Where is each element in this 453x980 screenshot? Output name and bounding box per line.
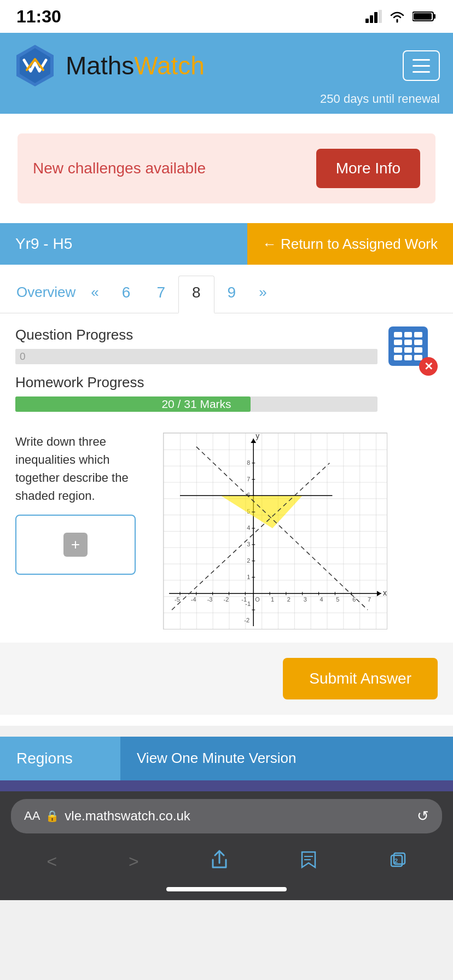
svg-text:3: 3 bbox=[304, 596, 307, 603]
svg-text:7: 7 bbox=[247, 475, 250, 482]
svg-text:-2: -2 bbox=[244, 617, 249, 623]
homework-progress-label: Homework Progress bbox=[15, 374, 378, 391]
homework-bar-value: 20 / 31 Marks bbox=[161, 398, 231, 411]
progress-left: Question Progress 0 Homework Progress 20… bbox=[15, 326, 378, 422]
menu-line-3 bbox=[413, 71, 430, 73]
question-bar-value: 0 bbox=[20, 351, 26, 363]
no-calculator-x: ✕ bbox=[419, 357, 438, 376]
question-progress-bar: 0 bbox=[15, 349, 378, 364]
year-bar: Yr9 - H5 ← Return to Assigned Work bbox=[0, 223, 453, 265]
graph-svg: x y O -5 -4 -3 -2 -1 1 2 3 4 5 6 7 -2 bbox=[163, 433, 387, 629]
forward-button[interactable]: > bbox=[120, 847, 148, 876]
tab-8[interactable]: 8 bbox=[178, 276, 214, 313]
svg-rect-2 bbox=[374, 12, 378, 23]
svg-rect-5 bbox=[433, 14, 435, 19]
svg-text:-2: -2 bbox=[224, 596, 229, 603]
svg-text:6: 6 bbox=[352, 596, 356, 603]
svg-text:-3: -3 bbox=[207, 596, 213, 603]
question-progress-label: Question Progress bbox=[15, 326, 378, 343]
svg-text:1: 1 bbox=[271, 596, 274, 603]
calculator-icon: ✕ bbox=[388, 326, 438, 376]
back-button[interactable]: < bbox=[38, 847, 66, 876]
homework-progress-bar: 20 / 31 Marks bbox=[15, 396, 378, 412]
tab-9[interactable]: 9 bbox=[214, 276, 249, 312]
menu-button[interactable] bbox=[403, 50, 440, 81]
main-content: Overview « 6 7 8 9 » Question Progress 0… bbox=[0, 265, 453, 726]
menu-line-2 bbox=[413, 65, 430, 67]
logo-icon bbox=[13, 44, 57, 88]
svg-text:4: 4 bbox=[320, 596, 323, 603]
reload-icon[interactable]: ↺ bbox=[417, 808, 429, 825]
purple-bar bbox=[0, 780, 453, 791]
status-bar: 11:30 bbox=[0, 0, 453, 33]
svg-text:2: 2 bbox=[247, 557, 250, 563]
url-bar[interactable]: AA 🔒 vle.mathswatch.co.uk ↺ bbox=[11, 799, 442, 833]
logo-area: MathsWatch bbox=[13, 44, 205, 88]
tab-prev[interactable]: « bbox=[81, 276, 108, 312]
wifi-icon bbox=[388, 10, 406, 23]
menu-line-1 bbox=[413, 59, 430, 61]
graph-container: x y O -5 -4 -3 -2 -1 1 2 3 4 5 6 7 -2 bbox=[163, 433, 438, 632]
status-time: 11:30 bbox=[16, 7, 61, 27]
svg-rect-6 bbox=[414, 13, 432, 20]
svg-text:2: 2 bbox=[394, 858, 398, 864]
regions-button[interactable]: Regions bbox=[0, 737, 120, 780]
tabs-button[interactable]: 2 bbox=[380, 847, 415, 877]
svg-rect-3 bbox=[379, 10, 382, 23]
svg-text:8: 8 bbox=[247, 459, 250, 465]
signal-icon bbox=[365, 10, 382, 23]
browser-bottom: AA 🔒 vle.mathswatch.co.uk ↺ < > bbox=[0, 791, 453, 900]
submit-button[interactable]: Submit Answer bbox=[283, 658, 438, 699]
bottom-bar: Regions View One Minute Version bbox=[0, 737, 453, 780]
question-text: Write down three inequalities which toge… bbox=[15, 433, 152, 505]
svg-text:1: 1 bbox=[247, 573, 250, 580]
tab-overview[interactable]: Overview bbox=[11, 276, 81, 312]
return-button[interactable]: ← Return to Assigned Work bbox=[247, 223, 453, 265]
question-bar-fill bbox=[15, 349, 378, 364]
tab-6[interactable]: 6 bbox=[109, 276, 144, 312]
svg-text:-4: -4 bbox=[191, 596, 196, 603]
svg-text:y: y bbox=[255, 433, 259, 440]
svg-text:5: 5 bbox=[336, 596, 339, 603]
logo-text: MathsWatch bbox=[66, 51, 205, 80]
svg-text:4: 4 bbox=[247, 524, 250, 531]
svg-rect-1 bbox=[370, 15, 373, 23]
answer-box[interactable]: + bbox=[15, 515, 136, 575]
svg-text:7: 7 bbox=[368, 596, 371, 603]
header: MathsWatch 250 days until renewal bbox=[0, 33, 453, 114]
renewal-text: 250 days until renewal bbox=[13, 92, 440, 106]
question-area: Write down three inequalities which toge… bbox=[0, 422, 453, 632]
svg-text:O: O bbox=[255, 596, 260, 603]
url-text-area: AA 🔒 vle.mathswatch.co.uk bbox=[24, 808, 190, 824]
svg-rect-0 bbox=[365, 19, 369, 23]
add-answer-icon[interactable]: + bbox=[63, 533, 88, 557]
tab-7[interactable]: 7 bbox=[143, 276, 178, 312]
progress-section: Question Progress 0 Homework Progress 20… bbox=[0, 313, 453, 422]
tabs: Overview « 6 7 8 9 » bbox=[0, 265, 453, 313]
aa-label[interactable]: AA bbox=[24, 809, 40, 823]
svg-text:2: 2 bbox=[287, 596, 291, 603]
more-info-button[interactable]: More Info bbox=[316, 149, 420, 188]
submit-section: Submit Answer bbox=[0, 643, 453, 715]
svg-text:3: 3 bbox=[247, 540, 250, 547]
browser-nav: < > 2 bbox=[11, 841, 442, 882]
share-button[interactable] bbox=[202, 845, 237, 878]
one-minute-button[interactable]: View One Minute Version bbox=[120, 737, 453, 780]
svg-text:-1: -1 bbox=[245, 600, 251, 607]
bookmarks-button[interactable] bbox=[291, 845, 326, 878]
battery-icon bbox=[413, 10, 437, 22]
svg-text:x: x bbox=[383, 588, 387, 597]
home-indicator bbox=[166, 887, 287, 891]
lock-icon: 🔒 bbox=[45, 809, 59, 822]
challenges-text: New challenges available bbox=[33, 160, 206, 177]
challenges-banner: New challenges available More Info bbox=[18, 133, 435, 203]
svg-text:-5: -5 bbox=[175, 596, 180, 603]
question-left: Write down three inequalities which toge… bbox=[15, 433, 152, 632]
year-label: Yr9 - H5 bbox=[0, 223, 247, 265]
status-icons bbox=[365, 10, 437, 23]
url-domain: vle.mathswatch.co.uk bbox=[65, 808, 190, 824]
tab-next[interactable]: » bbox=[249, 276, 276, 312]
